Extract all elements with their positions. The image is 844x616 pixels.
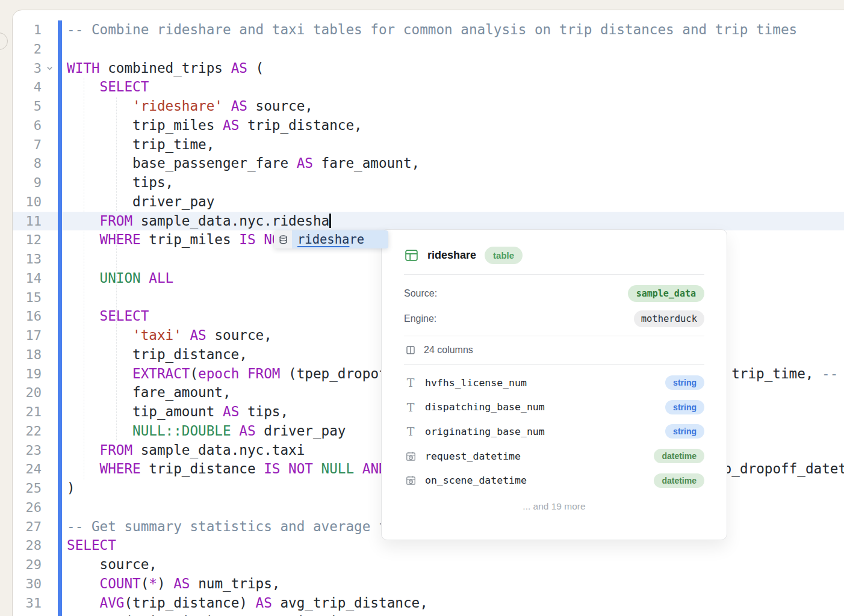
code-token xyxy=(256,232,264,247)
engine-label: Engine: xyxy=(404,313,436,324)
edge-widget-fragment xyxy=(0,32,8,50)
code-line[interactable]: 32 AVG(trip_time) AS avg_trip_time, xyxy=(13,612,844,616)
code-line[interactable]: 1-- Combine rideshare and taxi tables fo… xyxy=(13,20,844,40)
code-token: sample_data.nyc.taxi xyxy=(132,442,305,458)
code-line[interactable]: 29 source, xyxy=(13,555,844,574)
code-token xyxy=(280,461,288,476)
code-token: fare_amount, xyxy=(313,155,420,171)
code-line[interactable]: 30 COUNT(*) AS num_trips, xyxy=(13,574,844,594)
code-token: IS xyxy=(239,232,255,247)
code-token xyxy=(67,213,100,229)
code-token: tip_amount xyxy=(67,404,223,419)
line-number: 19 xyxy=(13,365,42,384)
text-type-icon: T xyxy=(404,376,417,389)
code-token: UNION xyxy=(100,270,141,286)
column-name: hvfhs_license_num xyxy=(425,377,665,389)
code-token xyxy=(313,461,321,476)
code-line[interactable]: 11 FROM sample_data.nyc.ridesha xyxy=(13,212,844,231)
line-number: 1 xyxy=(13,20,42,40)
column-name: request_datetime xyxy=(425,451,654,462)
column-name: originating_base_num xyxy=(425,426,665,437)
line-number: 32 xyxy=(13,612,42,616)
column-name: dispatching_base_num xyxy=(425,401,665,413)
text-cursor xyxy=(329,214,331,228)
change-indicator-bar xyxy=(58,269,62,288)
code-token: trip_distance, xyxy=(67,346,247,362)
line-number: 13 xyxy=(13,250,42,269)
code-text: AVG(trip_distance) AS avg_trip_distance, xyxy=(67,594,428,613)
table-name: rideshare xyxy=(427,249,476,262)
change-indicator-bar xyxy=(58,212,62,231)
code-line[interactable]: 10 driver_pay xyxy=(13,192,844,212)
code-token xyxy=(182,327,190,343)
change-indicator-bar xyxy=(58,59,62,78)
code-token: AS xyxy=(223,117,239,133)
columns-count: 24 columns xyxy=(424,345,473,356)
code-token xyxy=(67,614,100,616)
line-number: 17 xyxy=(13,326,42,345)
column-row: Toriginating_base_numstring xyxy=(404,419,704,444)
table-info-popup: rideshare table Source: sample_data Engi… xyxy=(381,229,727,540)
change-indicator-bar xyxy=(58,97,62,116)
code-token: 'taxi' xyxy=(132,327,182,343)
code-line[interactable]: 2 xyxy=(13,40,844,59)
change-indicator-bar xyxy=(58,460,62,479)
code-text: trip_distance, xyxy=(67,345,247,365)
columns-summary: 24 columns xyxy=(404,336,704,364)
code-token: * xyxy=(149,576,157,591)
code-text: tips, xyxy=(67,173,173,192)
chevron-down-icon[interactable] xyxy=(42,64,58,72)
column-type-badge: string xyxy=(665,375,704,390)
column-type-badge: string xyxy=(665,400,704,414)
code-line[interactable]: 8 base_passenger_fare AS fare_amount, xyxy=(13,154,844,173)
divider xyxy=(404,274,704,275)
change-indicator-bar xyxy=(58,536,62,555)
code-token: (trip_distance) xyxy=(124,595,255,611)
calendar-clock-icon xyxy=(404,475,417,486)
code-token: 'rideshare' xyxy=(132,98,223,114)
code-text: trip_time, xyxy=(67,135,214,155)
code-text: AVG(trip_time) AS avg_trip_time, xyxy=(67,612,362,616)
change-indicator-bar xyxy=(58,441,62,460)
code-token: FROM xyxy=(247,366,281,381)
engine-value-badge: motherduck xyxy=(634,310,704,327)
code-line[interactable]: 5 'rideshare' AS source, xyxy=(13,97,844,116)
code-token xyxy=(231,423,240,439)
code-token xyxy=(67,327,132,343)
code-text: trip_miles AS trip_distance, xyxy=(67,116,362,135)
code-token: AVG xyxy=(100,614,125,616)
code-line[interactable]: 7 trip_time, xyxy=(13,135,844,155)
code-line[interactable]: 9 tips, xyxy=(13,173,844,192)
change-indicator-bar xyxy=(58,498,62,517)
code-token: base_passenger_fare xyxy=(67,155,297,171)
change-indicator-bar xyxy=(58,192,62,212)
code-token: AS xyxy=(231,60,247,76)
code-text: 'taxi' AS source, xyxy=(67,326,272,345)
code-text: source, xyxy=(67,555,157,574)
more-columns-note: ... and 19 more xyxy=(404,501,704,513)
code-token xyxy=(67,423,132,439)
code-text: driver_pay xyxy=(67,192,214,212)
source-label: Source: xyxy=(404,288,437,299)
line-number: 26 xyxy=(13,498,42,517)
code-line[interactable]: 31 AVG(trip_distance) AS avg_trip_distan… xyxy=(13,594,844,613)
code-token: AS xyxy=(173,576,190,591)
autocomplete-suggestion-rideshare[interactable]: rideshare xyxy=(274,230,388,248)
code-text: -- Combine rideshare and taxi tables for… xyxy=(67,20,797,40)
line-number: 21 xyxy=(13,402,42,422)
code-text: SELECT xyxy=(67,536,116,555)
code-token: WHERE xyxy=(100,461,141,476)
code-token: tips, xyxy=(239,404,288,419)
code-line[interactable]: 6 trip_miles AS trip_distance, xyxy=(13,116,844,135)
change-indicator-bar xyxy=(58,154,62,173)
code-line[interactable]: 3WITH combined_trips AS ( xyxy=(13,59,844,78)
code-token xyxy=(67,576,100,591)
object-type-badge: table xyxy=(485,247,523,264)
code-token: NOT xyxy=(288,461,313,476)
code-line[interactable]: 4 SELECT xyxy=(13,78,844,97)
code-token: epoch xyxy=(198,366,239,381)
code-text: SELECT xyxy=(67,78,149,97)
code-token: trip_time, xyxy=(724,366,822,381)
code-token: num_trips, xyxy=(190,576,281,591)
code-token: trip_distance, xyxy=(239,117,362,133)
